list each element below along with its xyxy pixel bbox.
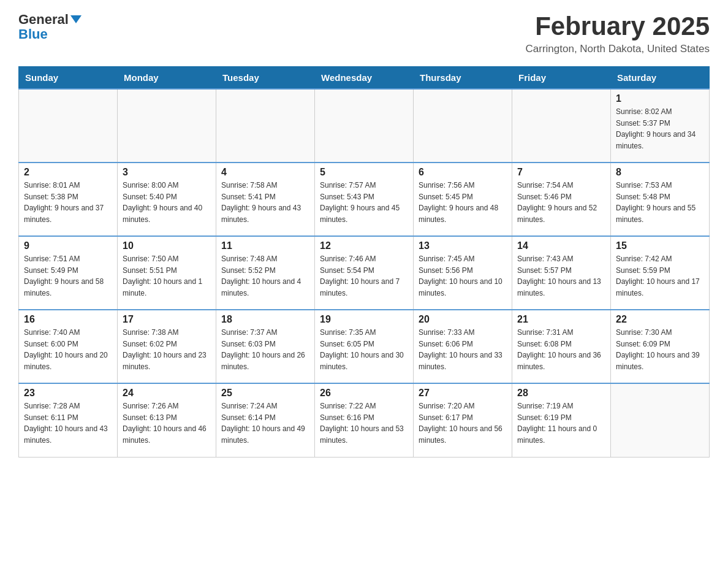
day-number: 9 xyxy=(24,240,112,251)
calendar-header: SundayMondayTuesdayWednesdayThursdayFrid… xyxy=(19,67,710,90)
day-info: Sunrise: 7:30 AM Sunset: 6:09 PM Dayligh… xyxy=(616,327,704,372)
logo-triangle-icon xyxy=(70,15,82,23)
day-info: Sunrise: 7:40 AM Sunset: 6:00 PM Dayligh… xyxy=(24,327,112,372)
header-day-saturday: Saturday xyxy=(611,67,710,90)
calendar-cell: 13Sunrise: 7:45 AM Sunset: 5:56 PM Dayli… xyxy=(414,236,512,310)
calendar-cell xyxy=(315,89,414,163)
week-row-1: 1Sunrise: 8:02 AM Sunset: 5:37 PM Daylig… xyxy=(19,89,710,163)
calendar-cell: 4Sunrise: 7:58 AM Sunset: 5:41 PM Daylig… xyxy=(216,163,315,236)
logo: General Blue xyxy=(18,12,82,42)
calendar-body: 1Sunrise: 8:02 AM Sunset: 5:37 PM Daylig… xyxy=(19,89,710,457)
day-number: 22 xyxy=(616,314,704,325)
logo-general-text: General xyxy=(18,12,69,27)
calendar-cell: 18Sunrise: 7:37 AM Sunset: 6:03 PM Dayli… xyxy=(216,310,315,383)
calendar-cell: 15Sunrise: 7:42 AM Sunset: 5:59 PM Dayli… xyxy=(611,236,710,310)
day-info: Sunrise: 7:24 AM Sunset: 6:14 PM Dayligh… xyxy=(221,400,309,446)
day-number: 14 xyxy=(517,240,605,251)
day-number: 11 xyxy=(221,240,309,251)
calendar-cell xyxy=(216,89,315,163)
calendar-cell: 2Sunrise: 8:01 AM Sunset: 5:38 PM Daylig… xyxy=(19,163,118,236)
day-number: 26 xyxy=(320,388,408,399)
day-info: Sunrise: 7:35 AM Sunset: 6:05 PM Dayligh… xyxy=(320,327,408,372)
day-number: 8 xyxy=(616,167,704,178)
header-row: SundayMondayTuesdayWednesdayThursdayFrid… xyxy=(19,67,710,90)
header-day-monday: Monday xyxy=(118,67,216,90)
day-info: Sunrise: 7:31 AM Sunset: 6:08 PM Dayligh… xyxy=(517,327,605,372)
day-info: Sunrise: 7:38 AM Sunset: 6:02 PM Dayligh… xyxy=(123,327,211,372)
day-number: 12 xyxy=(320,240,408,251)
day-number: 27 xyxy=(419,388,507,399)
header-day-wednesday: Wednesday xyxy=(315,67,414,90)
day-number: 6 xyxy=(419,167,507,178)
day-info: Sunrise: 7:56 AM Sunset: 5:45 PM Dayligh… xyxy=(419,180,507,225)
day-info: Sunrise: 7:53 AM Sunset: 5:48 PM Dayligh… xyxy=(616,180,704,225)
day-number: 19 xyxy=(320,314,408,325)
day-info: Sunrise: 8:00 AM Sunset: 5:40 PM Dayligh… xyxy=(123,180,211,225)
page-header: General Blue February 2025 Carrington, N… xyxy=(18,12,710,55)
week-row-5: 23Sunrise: 7:28 AM Sunset: 6:11 PM Dayli… xyxy=(19,383,710,457)
calendar-cell: 10Sunrise: 7:50 AM Sunset: 5:51 PM Dayli… xyxy=(118,236,216,310)
day-number: 1 xyxy=(616,93,704,104)
day-info: Sunrise: 7:42 AM Sunset: 5:59 PM Dayligh… xyxy=(616,253,704,299)
header-day-friday: Friday xyxy=(512,67,611,90)
calendar-cell: 20Sunrise: 7:33 AM Sunset: 6:06 PM Dayli… xyxy=(414,310,512,383)
calendar-cell: 16Sunrise: 7:40 AM Sunset: 6:00 PM Dayli… xyxy=(19,310,118,383)
day-number: 3 xyxy=(123,167,211,178)
calendar-cell: 12Sunrise: 7:46 AM Sunset: 5:54 PM Dayli… xyxy=(315,236,414,310)
day-info: Sunrise: 7:22 AM Sunset: 6:16 PM Dayligh… xyxy=(320,400,408,446)
day-info: Sunrise: 7:28 AM Sunset: 6:11 PM Dayligh… xyxy=(24,400,112,446)
day-number: 5 xyxy=(320,167,408,178)
day-number: 10 xyxy=(123,240,211,251)
calendar-cell: 5Sunrise: 7:57 AM Sunset: 5:43 PM Daylig… xyxy=(315,163,414,236)
page-subtitle: Carrington, North Dakota, United States xyxy=(526,43,710,55)
logo-general-line: General xyxy=(18,12,82,27)
calendar-cell: 19Sunrise: 7:35 AM Sunset: 6:05 PM Dayli… xyxy=(315,310,414,383)
calendar-cell: 22Sunrise: 7:30 AM Sunset: 6:09 PM Dayli… xyxy=(611,310,710,383)
day-info: Sunrise: 7:19 AM Sunset: 6:19 PM Dayligh… xyxy=(517,400,605,446)
week-row-2: 2Sunrise: 8:01 AM Sunset: 5:38 PM Daylig… xyxy=(19,163,710,236)
day-number: 15 xyxy=(616,240,704,251)
header-day-thursday: Thursday xyxy=(414,67,512,90)
day-number: 18 xyxy=(221,314,309,325)
day-number: 23 xyxy=(24,388,112,399)
day-number: 4 xyxy=(221,167,309,178)
day-number: 2 xyxy=(24,167,112,178)
day-info: Sunrise: 7:33 AM Sunset: 6:06 PM Dayligh… xyxy=(419,327,507,372)
header-day-tuesday: Tuesday xyxy=(216,67,315,90)
day-number: 25 xyxy=(221,388,309,399)
day-number: 16 xyxy=(24,314,112,325)
day-number: 21 xyxy=(517,314,605,325)
calendar-cell: 11Sunrise: 7:48 AM Sunset: 5:52 PM Dayli… xyxy=(216,236,315,310)
calendar-cell: 27Sunrise: 7:20 AM Sunset: 6:17 PM Dayli… xyxy=(414,383,512,457)
day-info: Sunrise: 7:45 AM Sunset: 5:56 PM Dayligh… xyxy=(419,253,507,299)
day-info: Sunrise: 7:54 AM Sunset: 5:46 PM Dayligh… xyxy=(517,180,605,225)
calendar-cell xyxy=(19,89,118,163)
day-info: Sunrise: 7:43 AM Sunset: 5:57 PM Dayligh… xyxy=(517,253,605,299)
calendar-cell: 23Sunrise: 7:28 AM Sunset: 6:11 PM Dayli… xyxy=(19,383,118,457)
day-info: Sunrise: 7:57 AM Sunset: 5:43 PM Dayligh… xyxy=(320,180,408,225)
calendar-cell: 1Sunrise: 8:02 AM Sunset: 5:37 PM Daylig… xyxy=(611,89,710,163)
calendar-cell: 21Sunrise: 7:31 AM Sunset: 6:08 PM Dayli… xyxy=(512,310,611,383)
day-info: Sunrise: 8:02 AM Sunset: 5:37 PM Dayligh… xyxy=(616,106,704,151)
week-row-3: 9Sunrise: 7:51 AM Sunset: 5:49 PM Daylig… xyxy=(19,236,710,310)
day-number: 7 xyxy=(517,167,605,178)
logo-blue-line: Blue xyxy=(18,27,48,42)
calendar-table: SundayMondayTuesdayWednesdayThursdayFrid… xyxy=(18,66,710,458)
calendar-cell: 9Sunrise: 7:51 AM Sunset: 5:49 PM Daylig… xyxy=(19,236,118,310)
day-info: Sunrise: 7:20 AM Sunset: 6:17 PM Dayligh… xyxy=(419,400,507,446)
day-info: Sunrise: 7:46 AM Sunset: 5:54 PM Dayligh… xyxy=(320,253,408,299)
logo-blue-text: Blue xyxy=(18,26,48,42)
calendar-cell: 8Sunrise: 7:53 AM Sunset: 5:48 PM Daylig… xyxy=(611,163,710,236)
calendar-cell: 3Sunrise: 8:00 AM Sunset: 5:40 PM Daylig… xyxy=(118,163,216,236)
day-number: 24 xyxy=(123,388,211,399)
calendar-cell xyxy=(118,89,216,163)
calendar-cell: 14Sunrise: 7:43 AM Sunset: 5:57 PM Dayli… xyxy=(512,236,611,310)
day-info: Sunrise: 8:01 AM Sunset: 5:38 PM Dayligh… xyxy=(24,180,112,225)
day-info: Sunrise: 7:26 AM Sunset: 6:13 PM Dayligh… xyxy=(123,400,211,446)
day-number: 28 xyxy=(517,388,605,399)
day-info: Sunrise: 7:58 AM Sunset: 5:41 PM Dayligh… xyxy=(221,180,309,225)
calendar-cell: 25Sunrise: 7:24 AM Sunset: 6:14 PM Dayli… xyxy=(216,383,315,457)
calendar-cell xyxy=(611,383,710,457)
calendar-cell: 24Sunrise: 7:26 AM Sunset: 6:13 PM Dayli… xyxy=(118,383,216,457)
header-day-sunday: Sunday xyxy=(19,67,118,90)
